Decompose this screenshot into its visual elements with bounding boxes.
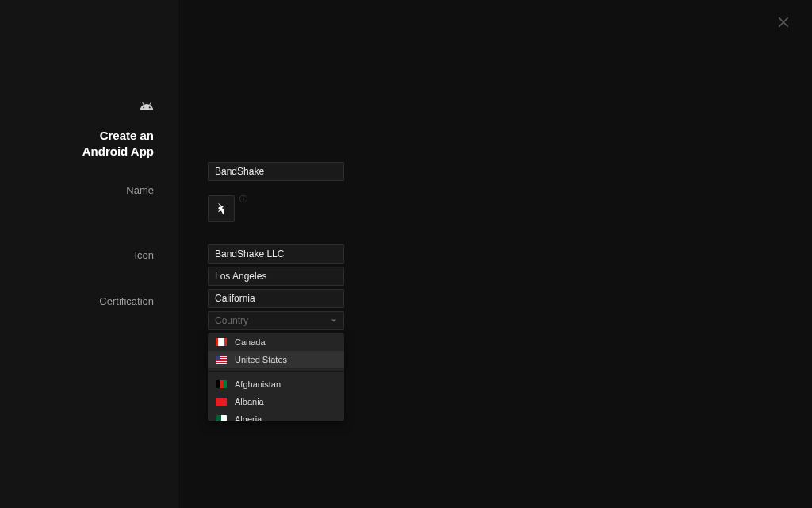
state-input[interactable] (208, 289, 344, 308)
country-option-label: Algeria (235, 414, 262, 421)
close-button[interactable] (776, 14, 795, 33)
name-field-row (208, 162, 812, 181)
country-option-canada[interactable]: Canada (208, 333, 344, 351)
flag-al-icon (216, 398, 227, 406)
app-icon-upload[interactable] (208, 195, 235, 222)
country-option-label: Afghanistan (235, 379, 281, 389)
country-placeholder: Country (215, 315, 248, 326)
main-panel: ⓘ Country Canada United States Afghanist… (178, 0, 812, 508)
country-option-algeria[interactable]: Algeria (208, 410, 344, 421)
sidebar: Create an Android App Name Icon Certific… (0, 0, 178, 508)
icon-field-row: ⓘ (208, 195, 812, 222)
title-line-2: Android App (82, 144, 154, 158)
country-select[interactable]: Country (208, 311, 344, 330)
flag-us-icon (216, 356, 227, 364)
company-field-row (208, 244, 812, 264)
flag-ca-icon (216, 338, 227, 346)
app-icon (213, 201, 229, 217)
label-certification: Certification (99, 291, 154, 311)
country-option-albania[interactable]: Albania (208, 393, 344, 410)
country-option-united-states[interactable]: United States (208, 351, 344, 368)
country-option-label: United States (235, 355, 287, 364)
android-icon (140, 99, 154, 117)
country-field-row: Country (208, 311, 812, 330)
title-line-1: Create an (100, 129, 154, 142)
close-icon (776, 14, 791, 30)
country-option-label: Canada (235, 337, 266, 347)
country-dropdown: Canada United States Afghanistan Albania… (208, 333, 344, 421)
dropdown-separator (208, 371, 344, 372)
page-title: Create an Android App (82, 128, 154, 159)
country-option-afghanistan[interactable]: Afghanistan (208, 375, 344, 393)
label-icon: Icon (134, 244, 154, 265)
label-name: Name (126, 179, 154, 200)
city-input[interactable] (208, 267, 344, 286)
chevron-down-icon (331, 318, 337, 323)
country-option-label: Albania (235, 397, 264, 406)
company-input[interactable] (208, 244, 344, 264)
state-field-row (208, 289, 812, 308)
city-field-row (208, 267, 812, 286)
flag-af-icon (216, 380, 227, 388)
name-input[interactable] (208, 162, 344, 181)
sidebar-labels: Name Icon Certification (99, 179, 154, 311)
flag-dz-icon (216, 415, 227, 421)
info-icon: ⓘ (239, 194, 247, 205)
